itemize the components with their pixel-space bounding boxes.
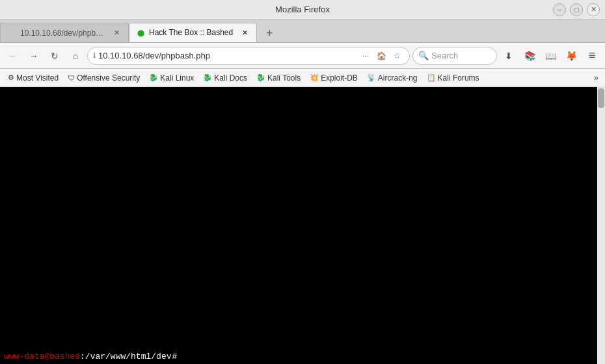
kali-tools-icon: 🐉 xyxy=(256,73,265,82)
reader-button[interactable]: 📖 xyxy=(541,47,559,65)
bookmark-offensive-security[interactable]: 🛡 Offensive Security xyxy=(64,72,144,84)
bookmark-label: Offensive Security xyxy=(77,73,140,83)
terminal-at: @ xyxy=(44,352,49,361)
bookmark-label: Kali Linux xyxy=(160,73,194,83)
terminal-path: /var/www/html/dev xyxy=(85,352,172,361)
bookmark-label: Aircrack-ng xyxy=(378,73,418,83)
bookmark-star-button[interactable]: ☆ xyxy=(390,49,404,63)
back-button[interactable]: ← xyxy=(4,47,22,65)
address-info-icon: ℹ xyxy=(93,51,96,60)
bookmark-kali-tools[interactable]: 🐉 Kali Tools xyxy=(252,72,304,84)
bookmark-aircrack-ng[interactable]: 📡 Aircrack-ng xyxy=(363,72,422,84)
bookmark-kali-linux[interactable]: 🐉 Kali Linux xyxy=(145,72,198,84)
bookmark-label: Kali Forums xyxy=(438,73,479,83)
address-more-button[interactable]: ··· xyxy=(358,49,373,63)
new-tab-button[interactable]: + xyxy=(260,24,279,42)
bookmark-label: Kali Docs xyxy=(214,73,247,83)
bookmark-most-visited[interactable]: ⚙ Most Visited xyxy=(4,72,62,84)
tab-htb-bashed[interactable]: ⬤ Hack The Box :: Bashed ✕ xyxy=(129,23,257,42)
tab-close-phpbash[interactable]: ✕ xyxy=(111,28,122,38)
bookmark-label: Exploit-DB xyxy=(321,73,358,83)
terminal-user: www-data xyxy=(4,352,44,361)
search-bar[interactable]: 🔍 Search xyxy=(412,47,497,65)
scrollbar-track[interactable] xyxy=(597,87,605,364)
maximize-button[interactable]: □ xyxy=(570,3,583,16)
bookmark-kali-docs[interactable]: 🐉 Kali Docs xyxy=(199,72,251,84)
tab-favicon-htb: ⬤ xyxy=(136,28,145,37)
tabbar: 10.10.10.68/dev/phpbash.ph ✕ ⬤ Hack The … xyxy=(0,20,605,43)
home-button[interactable]: ⌂ xyxy=(66,47,85,65)
address-text: 10.10.10.68/dev/phpbash.php xyxy=(98,51,356,60)
offensive-security-icon: 🛡 xyxy=(68,74,75,82)
tab-label-htb: Hack The Box :: Bashed xyxy=(149,28,233,37)
forward-button[interactable]: → xyxy=(25,47,43,65)
kali-linux-icon: 🐉 xyxy=(149,73,158,82)
address-actions: ··· 🏠 ☆ xyxy=(358,49,404,63)
titlebar: Mozilla Firefox − □ ✕ xyxy=(0,0,605,20)
pocket-button[interactable]: 🏠 xyxy=(374,49,388,63)
tab-close-htb[interactable]: ✕ xyxy=(239,27,250,38)
tab-phpbash[interactable]: 10.10.10.68/dev/phpbash.ph ✕ xyxy=(0,23,129,42)
aircrack-icon: 📡 xyxy=(367,73,376,82)
downloads-button[interactable]: ⬇ xyxy=(500,47,518,65)
titlebar-controls: − □ ✕ xyxy=(553,3,600,16)
bookmarks-bar: ⚙ Most Visited 🛡 Offensive Security 🐉 Ka… xyxy=(0,69,605,87)
bookmark-label: Kali Tools xyxy=(267,73,301,83)
most-visited-icon: ⚙ xyxy=(8,73,14,82)
library-button[interactable]: 📚 xyxy=(520,47,539,65)
reload-button[interactable]: ↻ xyxy=(46,47,64,65)
firefox-sync-button[interactable]: 🦊 xyxy=(562,47,580,65)
bookmark-kali-forums[interactable]: 📋 Kali Forums xyxy=(423,72,483,84)
terminal-hash: # xyxy=(172,352,177,361)
terminal-host: bashed xyxy=(49,352,80,361)
address-value: 10.10.10.68/dev/phpbash.php xyxy=(98,51,210,60)
bookmark-exploit-db[interactable]: 💥 Exploit-DB xyxy=(306,72,362,84)
kali-forums-icon: 📋 xyxy=(427,73,436,82)
terminal-colon: : xyxy=(80,352,85,361)
titlebar-title: Mozilla Firefox xyxy=(275,5,330,14)
main-content: www-data@bashed:/var/www/html/dev# xyxy=(0,87,605,364)
menu-button[interactable]: ≡ xyxy=(583,47,601,65)
search-icon: 🔍 xyxy=(418,51,429,60)
close-button[interactable]: ✕ xyxy=(587,3,600,16)
bookmarks-more-button[interactable]: » xyxy=(591,72,601,84)
tab-label-phpbash: 10.10.10.68/dev/phpbash.ph xyxy=(20,29,105,38)
bookmark-label: Most Visited xyxy=(16,73,59,83)
scrollbar-thumb[interactable] xyxy=(598,88,604,108)
terminal-line: www-data@bashed:/var/www/html/dev# xyxy=(0,349,597,364)
search-placeholder: Search xyxy=(431,51,458,60)
minimize-button[interactable]: − xyxy=(553,3,566,16)
tab-favicon-phpbash xyxy=(7,29,16,38)
navbar: ← → ↻ ⌂ ℹ 10.10.10.68/dev/phpbash.php ··… xyxy=(0,43,605,69)
address-bar[interactable]: ℹ 10.10.10.68/dev/phpbash.php ··· 🏠 ☆ xyxy=(87,47,410,65)
exploit-db-icon: 💥 xyxy=(310,73,319,82)
kali-docs-icon: 🐉 xyxy=(203,73,212,82)
